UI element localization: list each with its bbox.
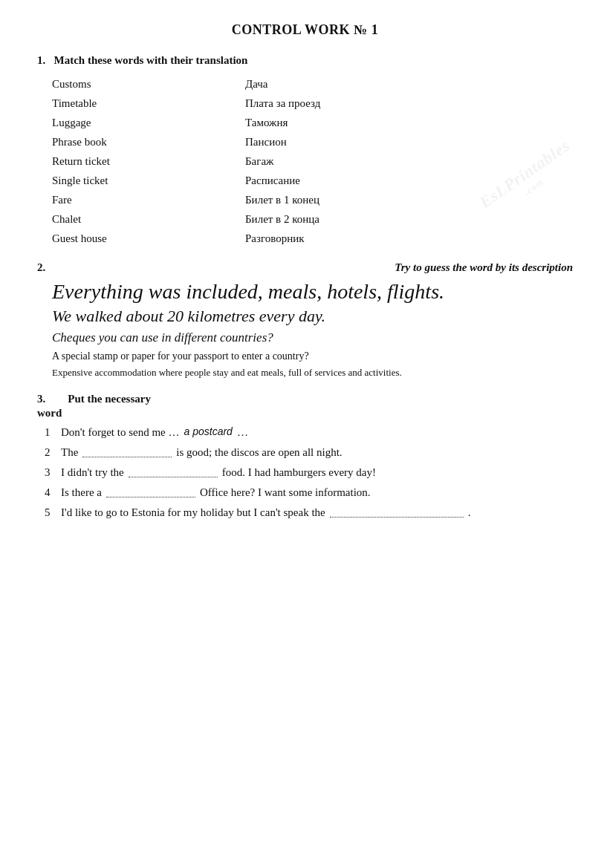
section2-body: Everything was included, meals, hotels, … bbox=[52, 280, 573, 379]
match-left-item: Single ticket bbox=[52, 171, 245, 190]
exercise-item: 1Don't forget to send me …a postcard… bbox=[45, 422, 573, 443]
match-col-right: ДачаПлата за проездТаможняПансионБагажРа… bbox=[245, 74, 438, 248]
match-left-item: Luggage bbox=[52, 113, 245, 132]
section2-number: 2. bbox=[37, 261, 45, 274]
exercise-number: 5 bbox=[45, 503, 56, 523]
section2-instruction: Try to guess the word by its description bbox=[395, 261, 573, 274]
page-title: CONTROL WORK № 1 bbox=[37, 22, 573, 38]
clue-item: Everything was included, meals, hotels, … bbox=[52, 280, 573, 304]
match-right-item: Пансион bbox=[245, 132, 438, 151]
section2-header: 2. Try to guess the word by its descript… bbox=[37, 261, 573, 274]
match-left-item: Customs bbox=[52, 74, 245, 94]
section-2: 2. Try to guess the word by its descript… bbox=[37, 261, 573, 379]
match-col-left: CustomsTimetableLuggagePhrase bookReturn… bbox=[52, 74, 245, 248]
match-left-item: Return ticket bbox=[52, 151, 245, 171]
blank-field bbox=[330, 506, 464, 518]
match-right-item: Расписание bbox=[245, 171, 438, 190]
clue-item: Expensive accommodation where people sta… bbox=[52, 366, 573, 379]
section-1: 1. Match these words with their translat… bbox=[37, 54, 573, 248]
section3-header: 3. Put the necessary bbox=[37, 393, 573, 405]
match-right-item: Таможня bbox=[245, 113, 438, 132]
exercise-number: 2 bbox=[45, 443, 56, 463]
match-left-item: Chalet bbox=[52, 209, 245, 229]
match-right-item: Билет в 1 конец bbox=[245, 190, 438, 209]
word-label: word bbox=[37, 407, 573, 420]
section3-title: Put the necessary bbox=[68, 393, 151, 405]
match-right-item: Разговорник bbox=[245, 229, 438, 248]
match-right-item: Билет в 2 конца bbox=[245, 209, 438, 229]
section1-header: 1. Match these words with their translat… bbox=[37, 54, 573, 67]
exercise-number: 3 bbox=[45, 463, 56, 483]
exercise-number: 4 bbox=[45, 483, 56, 503]
section1-instruction: Match these words with their translation bbox=[54, 54, 248, 66]
clue-item: We walked about 20 kilometres every day. bbox=[52, 307, 573, 326]
match-table: CustomsTimetableLuggagePhrase bookReturn… bbox=[52, 74, 573, 248]
clue-item: Cheques you can use in different countri… bbox=[52, 330, 573, 346]
match-left-item: Guest house bbox=[52, 229, 245, 248]
section-3: 3. Put the necessary word 1Don't forget … bbox=[37, 393, 573, 523]
section1-number: 1. bbox=[37, 54, 45, 66]
blank-field bbox=[82, 446, 172, 457]
clue-item: A special stamp or paper for your passpo… bbox=[52, 349, 573, 364]
section3-number: 3. bbox=[37, 393, 45, 405]
exercise-item: 2The is good; the discos are open all ni… bbox=[45, 443, 573, 463]
exercise-list: 1Don't forget to send me …a postcard…2Th… bbox=[45, 422, 573, 523]
match-left-item: Fare bbox=[52, 190, 245, 209]
exercise-item: 4Is there a Office here? I want some inf… bbox=[45, 483, 573, 503]
match-right-item: Плата за проезд bbox=[245, 94, 438, 113]
blank-field bbox=[106, 486, 195, 497]
exercise-item: 3I didn't try the food. I had hamburgers… bbox=[45, 463, 573, 483]
handwritten-answer: a postcard bbox=[184, 422, 233, 441]
exercise-item: 5I'd like to go to Estonia for my holida… bbox=[45, 503, 573, 523]
blank-field bbox=[129, 466, 218, 477]
match-right-item: Дача bbox=[245, 74, 438, 94]
exercise-number: 1 bbox=[45, 422, 56, 443]
match-left-item: Phrase book bbox=[52, 132, 245, 151]
match-left-item: Timetable bbox=[52, 94, 245, 113]
match-right-item: Багаж bbox=[245, 151, 438, 171]
